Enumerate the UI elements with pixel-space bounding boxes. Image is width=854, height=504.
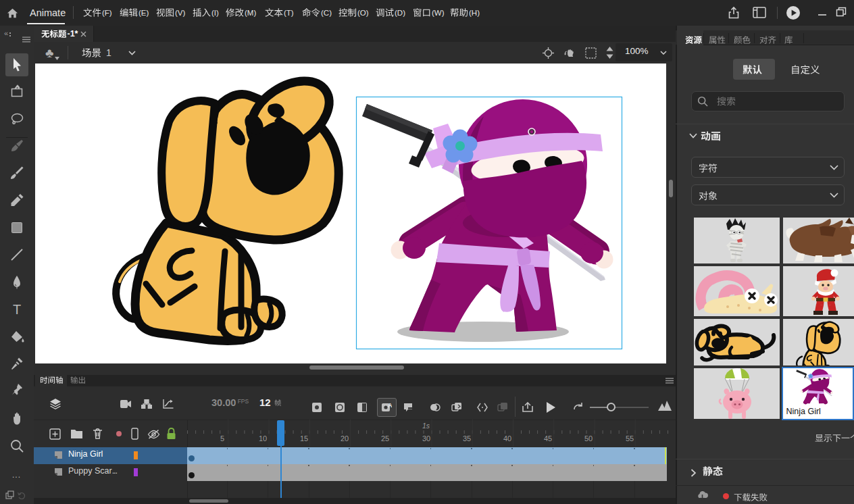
svg-text:T: T bbox=[13, 302, 21, 317]
svg-text:A: A bbox=[388, 402, 392, 409]
